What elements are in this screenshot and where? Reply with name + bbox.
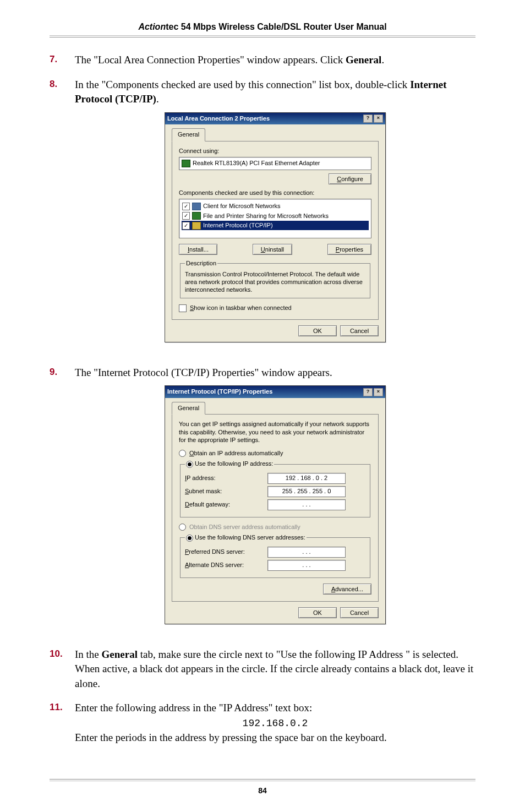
subnet-mask-label: Subnet mask: <box>185 487 267 495</box>
radio-obtain-ip-label: Obtain an IP address automatically <box>189 449 283 457</box>
dialog-title: Local Area Connection 2 Properties <box>167 115 270 123</box>
checkbox-icon[interactable]: ✓ <box>182 212 190 220</box>
adapter-name: Realtek RTL8139(A) PCI Fast Ethernet Ada… <box>193 159 320 167</box>
advanced-button[interactable]: Advanced... <box>323 584 371 595</box>
brand-ital: Action <box>138 22 166 31</box>
help-icon[interactable]: ? <box>363 115 373 123</box>
preferred-dns-input[interactable]: . . . <box>267 547 346 558</box>
radio-use-dns-label: Use the following DNS server addresses: <box>195 534 305 541</box>
adapter-icon <box>182 160 190 167</box>
dialog-titlebar: Local Area Connection 2 Properties ? × <box>165 113 385 124</box>
protocol-icon <box>192 222 201 230</box>
ip-code: 192.168.0.2 <box>243 718 308 729</box>
radio-obtain-dns-label: Obtain DNS server address automatically <box>189 523 300 531</box>
close-icon[interactable]: × <box>374 388 383 396</box>
step-number-10: 10. <box>50 647 75 661</box>
list-item-client[interactable]: ✓ Client for Microsoft Networks <box>182 201 369 211</box>
radio-obtain-dns <box>179 524 186 531</box>
list-item-tcpip[interactable]: ✓ Internet Protocol (TCP/IP) <box>182 221 369 230</box>
client-icon <box>192 203 201 210</box>
connect-using-label: Connect using: <box>179 147 371 155</box>
radio-use-ip-label: Use the following IP address: <box>195 460 273 467</box>
step-number-9: 9. <box>50 366 75 379</box>
dialog-title: Internet Protocol (TCP/IP) Properties <box>167 388 272 396</box>
ip-address-label: IP address: <box>185 474 267 482</box>
step-number-11: 11. <box>50 701 75 714</box>
step-body-10: In the General tab, make sure the circle… <box>75 647 475 691</box>
components-list[interactable]: ✓ Client for Microsoft Networks ✓ File a… <box>179 199 371 238</box>
brand-rest: tec 54 Mbps Wireless Cable/DSL Router Us… <box>166 22 386 31</box>
page-number: 84 <box>258 786 267 795</box>
intro-text: You can get IP settings assigned automat… <box>179 420 371 444</box>
dialog-titlebar: Internet Protocol (TCP/IP) Properties ? … <box>165 386 385 397</box>
share-icon <box>192 212 201 220</box>
show-icon-checkbox[interactable] <box>179 304 187 312</box>
tcpip-properties-dialog: Internet Protocol (TCP/IP) Properties ? … <box>165 385 386 624</box>
step-number-7: 7. <box>50 53 75 66</box>
configure-button[interactable]: Configure <box>329 173 371 184</box>
alternate-dns-label: Alternate DNS server: <box>185 561 267 569</box>
description-legend: Description <box>185 259 217 268</box>
radio-use-dns[interactable] <box>186 535 193 542</box>
step-body-7: The "Local Area Connection Properties" w… <box>75 53 475 68</box>
description-group: Description Transmission Control Protoco… <box>180 259 370 298</box>
step-body-8: In the "Components checked are used by t… <box>75 78 475 356</box>
tab-general[interactable]: General <box>172 402 205 415</box>
default-gateway-input[interactable]: . . . <box>267 499 346 510</box>
ip-address-input[interactable]: 192 . 168 . 0 . 2 <box>267 473 346 484</box>
tab-general[interactable]: General <box>172 128 205 141</box>
header-rule <box>50 35 475 37</box>
checkbox-icon[interactable]: ✓ <box>182 203 190 210</box>
local-area-connection-properties-dialog: Local Area Connection 2 Properties ? × G… <box>165 112 386 342</box>
uninstall-button[interactable]: Uninstall <box>253 244 292 255</box>
show-icon-label: Show icon in taskbar when connected <box>190 304 292 312</box>
ok-button[interactable]: OK <box>298 607 337 618</box>
install-button[interactable]: Install... <box>179 244 217 255</box>
step-body-11: Enter the following address in the "IP A… <box>75 701 475 745</box>
radio-use-ip[interactable] <box>186 461 193 468</box>
alternate-dns-input[interactable]: . . . <box>267 560 346 571</box>
properties-button[interactable]: Properties <box>327 244 371 255</box>
cancel-button[interactable]: Cancel <box>340 325 379 336</box>
help-icon[interactable]: ? <box>363 388 373 396</box>
step-number-8: 8. <box>50 78 75 91</box>
description-text: Transmission Control Protocol/Internet P… <box>185 270 365 294</box>
checkbox-icon[interactable]: ✓ <box>182 222 190 230</box>
close-icon[interactable]: × <box>374 115 383 123</box>
ok-button[interactable]: OK <box>298 325 337 336</box>
default-gateway-label: Default gateway: <box>185 500 267 509</box>
radio-obtain-ip[interactable] <box>179 450 186 457</box>
subnet-mask-input[interactable]: 255 . 255 . 255 . 0 <box>267 486 346 497</box>
page-header: Actiontec 54 Mbps Wireless Cable/DSL Rou… <box>50 22 475 32</box>
cancel-button[interactable]: Cancel <box>340 607 379 618</box>
adapter-field: Realtek RTL8139(A) PCI Fast Ethernet Ada… <box>179 157 371 170</box>
components-label: Components checked are used by this conn… <box>179 189 371 197</box>
footer-rule <box>50 779 475 781</box>
step-body-9: The "Internet Protocol (TCP/IP) Properti… <box>75 366 475 637</box>
list-item-share[interactable]: ✓ File and Printer Sharing for Microsoft… <box>182 211 369 221</box>
preferred-dns-label: Preferred DNS server: <box>185 548 267 556</box>
